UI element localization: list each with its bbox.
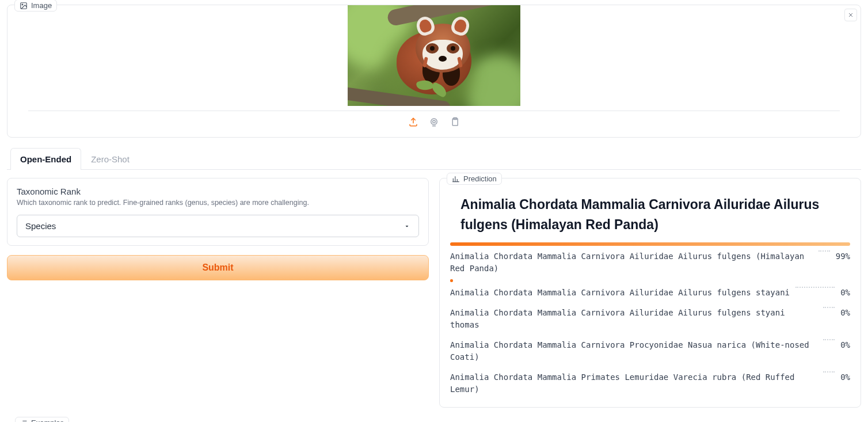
chevron-down-icon (403, 223, 410, 230)
clipboard-button[interactable] (450, 117, 460, 129)
prediction-panel-label-text: Prediction (463, 174, 497, 183)
prediction-label: Animalia Chordata Mammalia Carnivora Ail… (450, 287, 790, 299)
chart-icon (452, 175, 460, 183)
prediction-panel-label: Prediction (447, 173, 502, 185)
image-panel-label-text: Image (31, 1, 52, 10)
prediction-panel: Prediction Animalia Chordata Mammalia Ca… (439, 178, 861, 408)
prediction-pct: 0% (840, 339, 850, 351)
examples-panel-label: Examples (15, 417, 69, 422)
rank-select-value: Species (25, 221, 56, 231)
rank-subtitle: Which taxonomic rank to predict. Fine-gr… (17, 199, 419, 207)
svg-point-2 (431, 119, 437, 125)
prediction-row: Animalia Chordata Mammalia Carnivora Pro… (450, 338, 850, 364)
prediction-row: Animalia Chordata Mammalia Carnivora Ail… (450, 286, 850, 300)
submit-button[interactable]: Submit (7, 255, 429, 280)
clipboard-icon (450, 117, 460, 127)
mode-tabs: Open-Ended Zero-Shot (7, 148, 861, 170)
prediction-row: Animalia Chordata Mammalia Carnivora Ail… (450, 249, 850, 276)
image-panel: Image (7, 5, 861, 138)
prediction-title: Animalia Chordata Mammalia Carnivora Ail… (450, 195, 850, 234)
prediction-bar-0 (450, 242, 850, 246)
controls-column: Taxonomic Rank Which taxonomic rank to p… (7, 178, 429, 408)
rank-title: Taxonomic Rank (17, 187, 419, 196)
svg-point-1 (22, 4, 23, 5)
prediction-label: Animalia Chordata Mammalia Carnivora Ail… (450, 250, 813, 275)
prediction-pct: 0% (840, 371, 850, 383)
image-toolbar (28, 111, 840, 129)
upload-icon (408, 117, 418, 127)
camera-icon (429, 117, 439, 127)
upload-button[interactable] (408, 117, 418, 129)
tab-open-ended[interactable]: Open-Ended (10, 148, 81, 170)
close-button[interactable] (844, 9, 857, 21)
prediction-pct: 0% (840, 307, 850, 319)
close-icon (847, 12, 854, 18)
prediction-label: Animalia Chordata Mammalia Primates Lemu… (450, 371, 817, 396)
taxonomic-rank-panel: Taxonomic Rank Which taxonomic rank to p… (7, 178, 429, 246)
prediction-pct: 0% (840, 287, 850, 299)
prediction-row: Animalia Chordata Mammalia Carnivora Ail… (450, 306, 850, 332)
list-icon (20, 419, 28, 422)
image-preview-area (28, 5, 840, 106)
svg-point-3 (433, 120, 436, 123)
prediction-label: Animalia Chordata Mammalia Carnivora Ail… (450, 307, 817, 331)
rank-select[interactable]: Species (17, 215, 419, 237)
prediction-pct: 99% (836, 250, 850, 263)
image-icon (20, 2, 28, 10)
prediction-label: Animalia Chordata Mammalia Carnivora Pro… (450, 339, 817, 363)
tab-zero-shot[interactable]: Zero-Shot (81, 148, 139, 170)
webcam-button[interactable] (429, 117, 439, 129)
image-panel-label: Image (14, 0, 57, 12)
prediction-row: Animalia Chordata Mammalia Primates Lemu… (450, 370, 850, 397)
uploaded-image[interactable] (348, 5, 520, 106)
examples-label-text: Examples (31, 419, 64, 422)
prediction-bar-1 (450, 279, 453, 282)
